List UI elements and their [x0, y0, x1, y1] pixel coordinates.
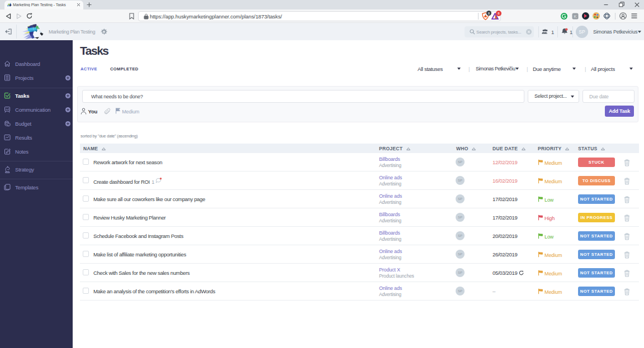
svg-text:K: K: [574, 14, 576, 19]
svg-text:8: 8: [488, 12, 490, 15]
